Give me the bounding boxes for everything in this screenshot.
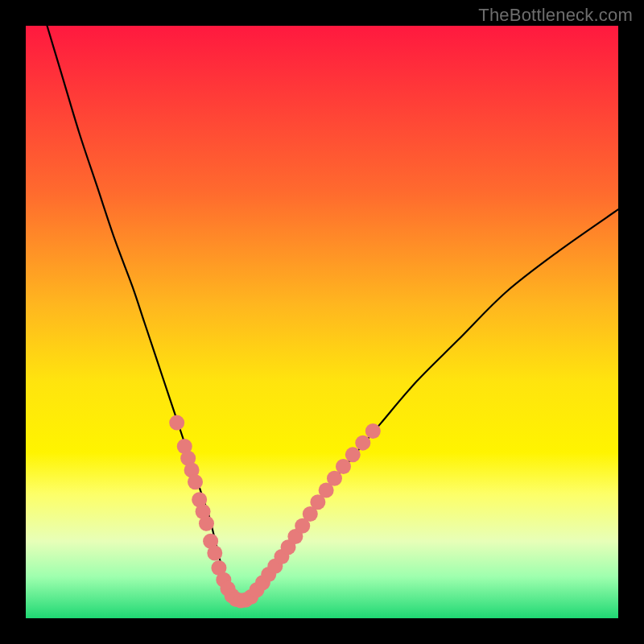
bottleneck-curve-svg xyxy=(26,26,618,618)
watermark-text: TheBottleneck.com xyxy=(478,5,633,26)
curve-marker xyxy=(188,474,203,489)
bottleneck-curve xyxy=(43,14,618,601)
curve-markers xyxy=(169,415,381,609)
curve-marker xyxy=(345,447,361,462)
curve-marker xyxy=(207,546,222,561)
curve-marker xyxy=(169,415,184,431)
curve-marker xyxy=(336,459,351,474)
plot-area xyxy=(26,26,618,618)
curve-marker xyxy=(355,436,370,451)
chart-frame: TheBottleneck.com xyxy=(0,0,644,644)
curve-marker xyxy=(199,516,214,531)
curve-marker xyxy=(365,423,381,439)
